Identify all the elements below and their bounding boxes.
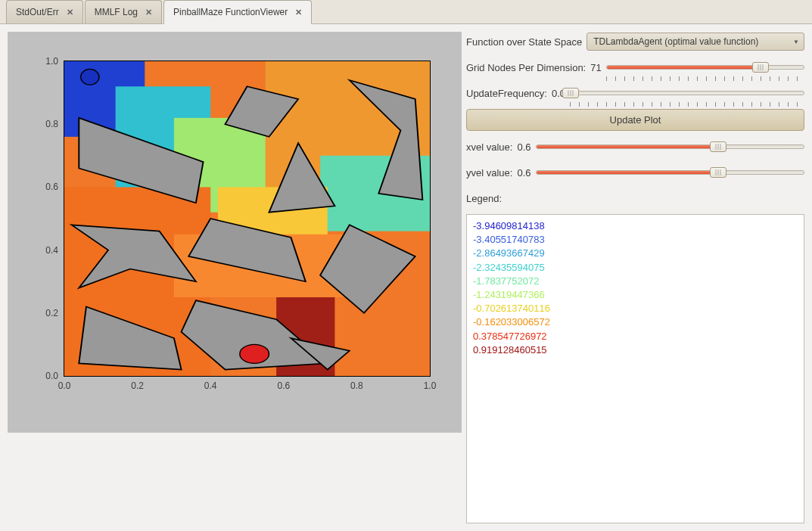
svg-marker-11 — [226, 86, 299, 137]
plot-axes: 0.0 0.2 0.4 0.6 0.8 1.0 0.0 0.2 0.4 0.6 … — [64, 61, 431, 377]
x-tick: 1.0 — [424, 376, 437, 391]
slider-thumb[interactable] — [562, 88, 579, 98]
content-area: 0.0 0.2 0.4 0.6 0.8 1.0 0.0 0.2 0.4 0.6 … — [0, 24, 812, 531]
legend-item: -2.86493667429 — [473, 247, 798, 260]
legend-item: -2.32435594075 — [473, 261, 798, 275]
close-icon[interactable]: ✕ — [145, 8, 152, 17]
yvel-value: 0.6 — [517, 167, 530, 179]
function-dropdown[interactable]: TDLambdaAgent (optimal value function) — [586, 33, 804, 51]
legend-item: -1.24319447366 — [473, 288, 798, 302]
svg-marker-12 — [350, 80, 423, 200]
slider-thumb[interactable] — [752, 62, 769, 73]
slider-ticks — [570, 102, 804, 107]
tab-function-viewer[interactable]: PinballMaze FunctionViewer ✕ — [163, 0, 312, 24]
svg-marker-10 — [79, 118, 203, 203]
slider-ticks — [606, 76, 804, 81]
y-tick: 0.8 — [45, 119, 64, 129]
x-tick: 0.2 — [131, 376, 144, 391]
svg-point-21 — [240, 344, 269, 363]
close-icon[interactable]: ✕ — [67, 8, 73, 17]
tab-stdout[interactable]: StdOut/Err ✕ — [6, 0, 83, 23]
tab-label: PinballMaze FunctionViewer — [173, 7, 288, 17]
controls-panel: Function over State Space TDLambdaAgent … — [466, 32, 804, 523]
slider-thumb[interactable] — [710, 141, 726, 152]
slider-fill — [607, 66, 761, 69]
svg-marker-15 — [188, 219, 306, 281]
grid-nodes-slider[interactable] — [606, 58, 804, 76]
legend-item: 0.378547726972 — [473, 330, 798, 343]
slider-thumb[interactable] — [710, 167, 726, 178]
svg-marker-14 — [72, 225, 196, 287]
legend-label: Legend: — [466, 193, 502, 204]
function-label: Function over State Space — [466, 36, 582, 48]
legend-box: -3.94609814138-3.40551740783-2.864936674… — [466, 214, 804, 523]
legend-item: -0.162033006572 — [473, 315, 798, 329]
update-freq-label: UpdateFrequency: — [466, 88, 547, 99]
y-tick: 0.4 — [45, 245, 64, 256]
slider-fill — [537, 145, 718, 148]
yvel-label: yvel value: — [466, 167, 512, 179]
svg-marker-16 — [320, 225, 415, 312]
update-freq-slider[interactable] — [570, 84, 804, 102]
tab-bar: StdOut/Err ✕ MMLF Log ✕ PinballMaze Func… — [0, 0, 812, 24]
yvel-slider[interactable] — [536, 163, 805, 182]
obstacles-svg — [64, 61, 430, 376]
tab-label: MMLF Log — [95, 7, 138, 17]
button-label: Update Plot — [610, 114, 661, 126]
legend-item: -1.7837752072 — [473, 275, 798, 288]
tab-label: StdOut/Err — [16, 7, 59, 17]
y-tick: 0.6 — [45, 182, 64, 192]
update-plot-button[interactable]: Update Plot — [466, 109, 804, 131]
y-tick: 1.0 — [45, 56, 64, 67]
legend-item: -3.40551740783 — [473, 233, 798, 247]
x-tick: 0.6 — [277, 376, 290, 391]
x-tick: 0.0 — [58, 376, 71, 391]
svg-point-20 — [81, 69, 99, 85]
grid-nodes-value: 71 — [590, 62, 601, 73]
svg-marker-13 — [269, 143, 334, 213]
xvel-value: 0.6 — [517, 141, 530, 153]
x-tick: 0.4 — [204, 376, 217, 391]
slider-fill — [537, 171, 718, 174]
tab-mmlf-log[interactable]: MMLF Log ✕ — [85, 0, 162, 23]
close-icon[interactable]: ✕ — [295, 8, 302, 17]
xvel-slider[interactable] — [536, 138, 805, 156]
y-tick: 0.2 — [45, 308, 64, 318]
legend-item: -0.702613740116 — [473, 302, 798, 315]
grid-nodes-label: Grid Nodes Per Dimension: — [466, 62, 586, 73]
legend-item: 0.919128460515 — [473, 343, 798, 357]
xvel-label: xvel value: — [466, 141, 512, 153]
x-tick: 0.8 — [350, 376, 363, 391]
plot-canvas: 0.0 0.2 0.4 0.6 0.8 1.0 0.0 0.2 0.4 0.6 … — [8, 32, 462, 433]
svg-marker-17 — [79, 306, 181, 369]
dropdown-value: TDLambdaAgent (optimal value function) — [593, 36, 758, 47]
legend-item: -3.94609814138 — [473, 219, 798, 233]
